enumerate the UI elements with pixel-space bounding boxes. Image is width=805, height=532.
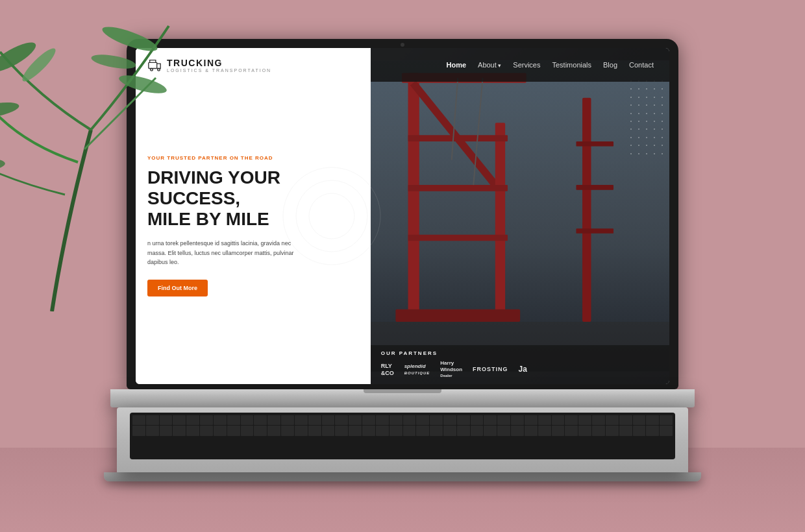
svg-point-4 xyxy=(0,157,6,175)
palm-leaves-decoration xyxy=(0,0,182,311)
svg-rect-23 xyxy=(576,141,613,147)
svg-point-6 xyxy=(90,52,137,71)
laptop-hinge xyxy=(364,389,441,393)
svg-point-1 xyxy=(100,22,160,55)
nav-link-contact[interactable]: Contact xyxy=(629,61,654,69)
svg-rect-16 xyxy=(408,135,507,141)
svg-rect-22 xyxy=(582,98,591,322)
svg-rect-24 xyxy=(576,185,613,190)
deco-rings xyxy=(280,164,384,268)
partner-logo-frosting: FROSTING xyxy=(473,366,508,373)
partner-logo-ja: Ja xyxy=(519,365,527,374)
svg-rect-15 xyxy=(495,123,504,322)
website-preview: YOUR TRUSTED PARTNER ON THE ROAD DRIVING… xyxy=(136,48,669,384)
nav-link-about[interactable]: About xyxy=(478,61,501,69)
svg-point-8 xyxy=(296,180,367,252)
laptop-keyboard xyxy=(117,407,688,472)
laptop-screen-bezel: YOUR TRUSTED PARTNER ON THE ROAD DRIVING… xyxy=(127,39,678,389)
svg-rect-17 xyxy=(408,185,507,191)
nav-link-testimonials[interactable]: Testimonials xyxy=(552,61,592,69)
keyboard-keys xyxy=(130,413,675,459)
nav-right-section: Home About Services Testimonials Blog Co… xyxy=(371,48,669,82)
camera-dot xyxy=(401,43,404,47)
svg-rect-18 xyxy=(408,235,507,241)
svg-point-3 xyxy=(118,72,169,97)
crane-illustration xyxy=(371,48,669,384)
hero-right-panel: OUR PARTNERS RLY&CO splendidBOUTIQUE Har… xyxy=(371,48,669,384)
svg-point-9 xyxy=(309,193,354,239)
nav-link-blog[interactable]: Blog xyxy=(603,61,617,69)
dot-grid-decoration xyxy=(630,80,663,158)
brand-subtitle: LOGISTICS & TRANSPORTATION xyxy=(167,68,271,73)
svg-rect-12 xyxy=(408,73,419,322)
partner-logo-splendid: splendidBOUTIQUE xyxy=(404,363,430,376)
partners-bar: OUR PARTNERS RLY&CO splendidBOUTIQUE Har… xyxy=(371,345,669,384)
navigation-bar: TRUCKING LOGISTICS & TRANSPORTATION Home… xyxy=(136,48,669,82)
hero-background: OUR PARTNERS RLY&CO splendidBOUTIQUE Har… xyxy=(371,48,669,384)
nav-link-home[interactable]: Home xyxy=(446,61,466,69)
svg-rect-19 xyxy=(395,309,520,322)
partner-logo-rly: RLY&CO xyxy=(381,363,394,377)
partners-title: OUR PARTNERS xyxy=(381,350,659,356)
brand-name: TRUCKING xyxy=(167,58,271,68)
nav-link-services[interactable]: Services xyxy=(513,61,540,69)
partners-logos-row: RLY&CO splendidBOUTIQUE HarryWindsonDeal… xyxy=(381,360,659,379)
laptop-bottom-edge xyxy=(104,472,701,481)
laptop-screen: YOUR TRUSTED PARTNER ON THE ROAD DRIVING… xyxy=(136,48,669,384)
nav-brand: TRUCKING LOGISTICS & TRANSPORTATION xyxy=(167,58,271,73)
svg-rect-25 xyxy=(576,228,613,234)
hero-section: YOUR TRUSTED PARTNER ON THE ROAD DRIVING… xyxy=(136,48,669,384)
svg-point-2 xyxy=(0,99,20,121)
laptop: YOUR TRUSTED PARTNER ON THE ROAD DRIVING… xyxy=(110,39,695,493)
laptop-base xyxy=(110,389,695,407)
partner-logo-harry: HarryWindsonDealer xyxy=(440,360,462,379)
svg-point-7 xyxy=(283,167,380,265)
